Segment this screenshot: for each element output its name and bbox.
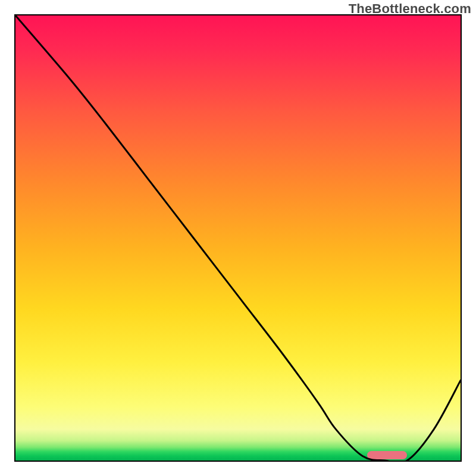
chart-canvas: TheBottleneck.com — [0, 0, 476, 476]
bottleneck-curve — [15, 15, 461, 461]
plot-area — [14, 14, 462, 462]
